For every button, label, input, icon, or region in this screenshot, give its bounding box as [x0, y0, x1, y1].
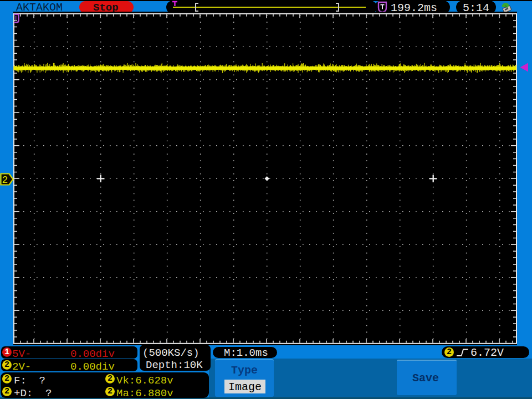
svg-text:2: 2	[2, 175, 8, 186]
